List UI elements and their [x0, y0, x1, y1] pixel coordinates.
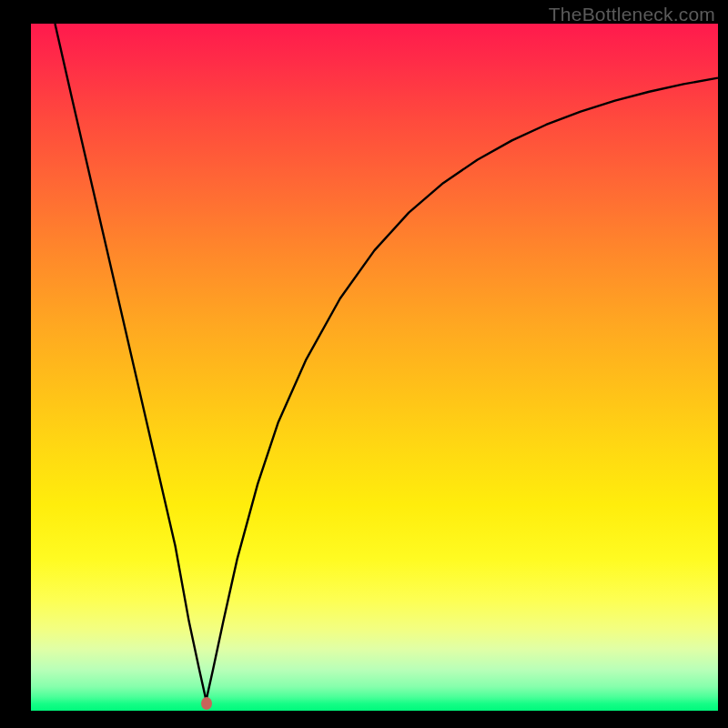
chart-plot-area: [31, 24, 718, 711]
chart-curve: [31, 24, 718, 711]
watermark-text: TheBottleneck.com: [549, 4, 715, 25]
chart-minimum-marker: [201, 697, 212, 710]
